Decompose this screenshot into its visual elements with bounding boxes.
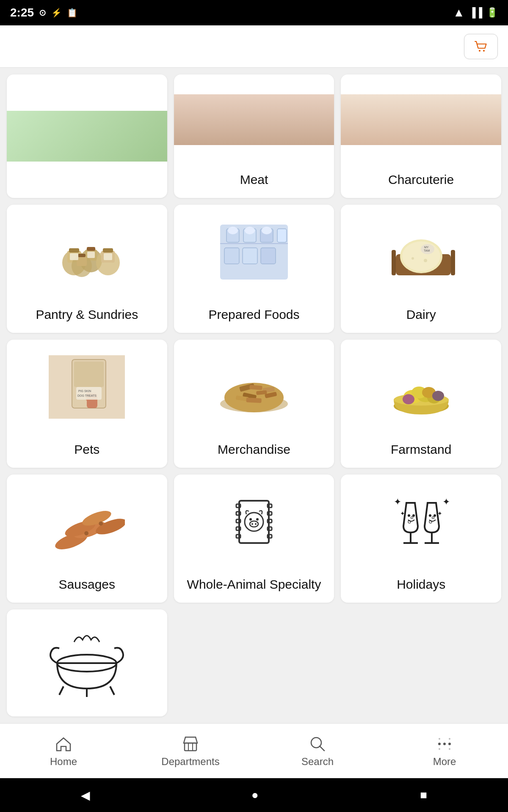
category-card-whole-animal[interactable]: Whole-Animal Specialty [174,475,334,603]
nav-item-home[interactable]: Home [0,735,127,768]
svg-text:MY: MY [424,246,429,249]
nav-label-more: More [433,756,456,768]
category-card-prepared-foods[interactable]: Prepared Foods [174,205,334,333]
status-bar: 2:25 ⊙ ⚡ 📋 ▲ ▐▐ 🔋 [0,0,508,25]
svg-point-104 [429,514,431,517]
cart-button[interactable] [464,34,498,59]
merchandise-svg [216,355,292,419]
svg-point-118 [439,748,440,750]
svg-rect-22 [277,229,287,242]
category-grid: Meat Charcuterie [0,68,508,723]
search-icon [308,735,327,753]
nav-item-search[interactable]: Search [254,735,381,768]
svg-point-0 [479,50,480,52]
nav-item-more[interactable]: More [381,735,508,768]
card-image-holidays: ✦ ✦ ✦ ✦ [341,475,501,569]
battery-icon: 🔋 [486,7,498,18]
prepared-foods-svg [216,220,292,284]
category-card-holidays[interactable]: ✦ ✦ ✦ ✦ [341,475,501,603]
svg-rect-16 [104,253,112,260]
category-card-charcuterie[interactable]: Charcuterie [341,74,501,198]
recent-button[interactable]: ■ [420,788,427,802]
svg-rect-27 [243,248,257,264]
svg-point-62 [403,394,414,404]
nav-item-departments[interactable]: Departments [127,735,254,768]
svg-rect-30 [392,250,396,275]
signal-icon: ▐▐ [469,7,482,18]
svg-text:PIG SKIN: PIG SKIN [78,390,91,392]
category-card-cauldron[interactable] [7,609,167,716]
category-card-sausages[interactable]: Sausages [7,475,167,603]
wifi-icon: ▲ [453,6,465,19]
svg-point-65 [432,391,444,401]
more-icon [435,735,454,753]
svg-rect-44 [76,387,102,400]
svg-point-84 [245,513,263,531]
battery-saver-icon: ⚡ [51,8,62,18]
svg-rect-110 [185,743,196,751]
svg-point-37 [411,257,414,260]
svg-line-109 [110,686,114,695]
svg-point-25 [262,227,272,234]
category-label-dairy: Dairy [402,299,440,333]
card-image-meat [174,74,334,165]
svg-rect-41 [74,362,104,387]
category-card-farmstand[interactable]: Farmstand [341,340,501,468]
svg-point-85 [249,518,252,521]
svg-text:TAM: TAM [424,249,430,252]
svg-rect-26 [224,248,239,264]
category-label-sausages: Sausages [55,569,119,603]
category-card-pantry[interactable]: Pantry & Sundries [7,205,167,333]
holidays-icon-svg: ✦ ✦ ✦ ✦ [387,492,455,551]
time-display: 2:25 [10,6,34,19]
svg-point-24 [245,227,255,234]
card-image-pets: PIG SKIN DOG TREATS [7,340,167,434]
departments-icon [181,735,200,753]
card-image-unknown [7,74,167,198]
svg-point-87 [250,521,258,527]
svg-point-105 [433,514,436,517]
android-nav-bar: ◀ ● ■ [0,778,508,812]
svg-point-86 [256,518,259,521]
svg-point-101 [432,517,434,519]
svg-rect-31 [451,250,455,275]
farmstand-svg [383,355,459,419]
category-card-dairy[interactable]: MY TAM Dairy [341,205,501,333]
category-card-merchandise[interactable]: Merchandise [174,340,334,468]
svg-point-114 [443,743,446,745]
category-card-meat[interactable]: Meat [174,74,334,198]
nav-label-search: Search [301,756,334,768]
svg-point-115 [448,743,451,745]
svg-rect-28 [261,248,276,264]
svg-rect-15 [87,252,95,258]
header [0,25,508,68]
dairy-svg: MY TAM [383,220,459,284]
category-card-pets[interactable]: PIG SKIN DOG TREATS Pets [7,340,167,468]
category-label-pantry: Pantry & Sundries [31,299,142,333]
svg-rect-4 [69,248,79,252]
svg-text:✦: ✦ [442,497,450,507]
svg-point-102 [408,514,410,517]
category-label-farmstand: Farmstand [387,434,456,468]
svg-line-112 [320,746,324,751]
category-card-unknown[interactable] [7,74,167,198]
svg-rect-7 [87,247,95,251]
svg-point-38 [424,259,427,262]
back-button[interactable]: ◀ [81,788,90,802]
svg-line-107 [59,686,64,695]
home-icon [54,735,73,753]
card-image-whole-animal [174,475,334,569]
svg-point-113 [438,743,441,745]
svg-rect-56 [246,398,262,403]
pets-svg: PIG SKIN DOG TREATS [49,355,125,419]
card-image-charcuterie [341,74,501,165]
svg-point-33 [402,241,440,271]
svg-point-89 [255,523,257,525]
svg-point-23 [228,227,238,234]
svg-rect-14 [70,253,78,260]
svg-rect-13 [78,254,86,257]
cauldron-svg [44,629,129,697]
home-button[interactable]: ● [251,788,259,802]
bottom-nav: Home Departments Search More [0,723,508,778]
privacy-icon: ⊙ [39,8,46,18]
